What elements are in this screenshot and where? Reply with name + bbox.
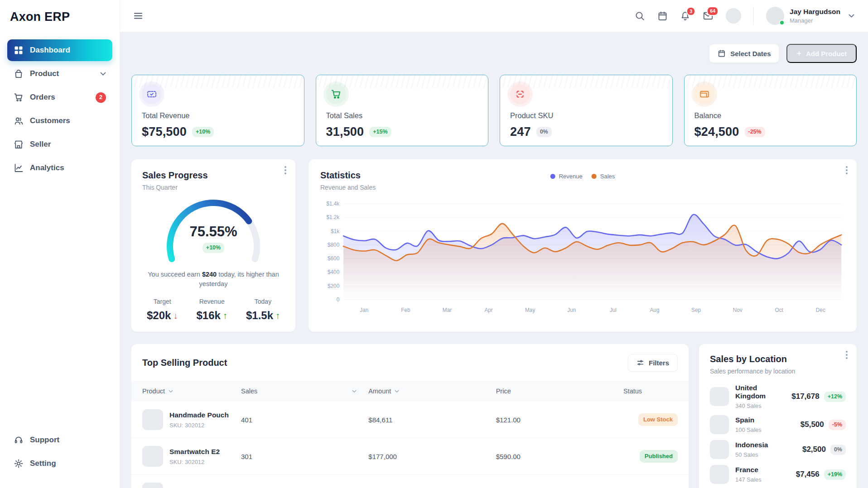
column-header-product[interactable]: Product — [142, 388, 241, 395]
column-header-price[interactable]: Price — [496, 388, 623, 395]
stat-value: $24,500 — [694, 125, 739, 139]
sales-progress-subtitle: This Quarter — [142, 184, 285, 191]
metric-today: Today $1.5k↑ — [246, 298, 280, 322]
sidebar-footer: Support Setting — [7, 429, 112, 488]
status-badge: Low Stock — [638, 413, 678, 426]
stat-label: Product SKU — [510, 111, 662, 120]
chevron-down-icon — [395, 390, 399, 393]
notification-count-badge: 3 — [686, 7, 695, 16]
location-sales: 50 Sales — [735, 451, 768, 458]
calendar-icon[interactable] — [657, 11, 668, 21]
stat-value: 247 — [510, 125, 531, 139]
hamburger-menu-icon[interactable] — [133, 10, 144, 21]
svg-text:$1.4k: $1.4k — [326, 201, 339, 207]
sales-progress-message: You succeed earn $240 today, its higher … — [142, 270, 285, 289]
legend-item-sales: Sales — [592, 173, 615, 180]
sidebar-item-analytics[interactable]: Analytics — [7, 157, 112, 179]
chevron-down-icon[interactable] — [100, 72, 106, 76]
kebab-menu-icon[interactable] — [285, 169, 286, 171]
sidebar: Axon ERP Dashboard Product Orders 2 Cust… — [0, 0, 120, 488]
add-product-label: Add Product — [806, 50, 847, 57]
sidebar-item-orders[interactable]: Orders 2 — [7, 86, 112, 108]
legend-item-revenue: Revenue — [550, 173, 583, 180]
sidebar-item-setting[interactable]: Setting — [7, 453, 112, 474]
topbar-actions: 3 64 Jay Hargudson Manager — [635, 7, 854, 25]
location-sales: 100 Sales — [735, 426, 762, 433]
sidebar-item-label: Product — [30, 69, 59, 78]
calendar-icon — [718, 49, 726, 57]
user-menu[interactable]: Jay Hargudson Manager — [753, 7, 854, 25]
location-item[interactable]: United Kingdom340 Sales $17,678+12% — [710, 384, 846, 409]
svg-text:Jun: Jun — [567, 307, 576, 313]
table-row[interactable]: Smartwatch E2SKU: 302012 301 $177,000 $5… — [131, 438, 689, 475]
gear-icon — [14, 459, 24, 469]
product-name: Smartwatch E2 — [169, 448, 220, 456]
sidebar-item-product[interactable]: Product — [7, 63, 112, 85]
sidebar-item-label: Analytics — [30, 163, 64, 172]
wallet-icon — [694, 84, 714, 104]
location-item[interactable]: Indonesia50 Sales $2,5000% — [710, 440, 846, 459]
svg-text:Oct: Oct — [775, 307, 784, 313]
kebab-menu-icon[interactable] — [846, 169, 848, 171]
cart-icon — [326, 84, 346, 104]
messages-mail-icon[interactable]: 64 — [703, 10, 714, 21]
svg-text:Sep: Sep — [691, 307, 701, 313]
table-header: Product Sales Amount Price Status — [131, 381, 689, 402]
product-thumbnail — [142, 483, 163, 488]
sidebar-item-customers[interactable]: Customers — [7, 110, 112, 132]
chart-legend: Revenue Sales — [550, 173, 615, 180]
search-icon[interactable] — [635, 11, 645, 21]
location-sales: 147 Sales — [735, 476, 762, 483]
sales-cell: 301 — [241, 453, 368, 460]
table-row[interactable]: Handmade PouchSKU: 302012 401 $84,611 $1… — [131, 402, 689, 438]
legend-dot-revenue — [550, 174, 555, 179]
legend-dot-sales — [592, 174, 597, 179]
svg-text:May: May — [525, 307, 535, 313]
avatar — [766, 7, 784, 25]
select-dates-button[interactable]: Select Dates — [709, 44, 779, 63]
svg-text:$600: $600 — [328, 255, 340, 262]
location-item[interactable]: Spain100 Sales $5,500-5% — [710, 415, 846, 434]
svg-text:$1k: $1k — [331, 228, 339, 234]
headset-icon — [14, 435, 24, 445]
chevron-down-icon[interactable] — [849, 14, 854, 18]
message-count-badge: 64 — [707, 6, 719, 16]
status-badge: Published — [640, 450, 678, 463]
filters-button[interactable]: Filters — [628, 354, 678, 372]
column-header-sales[interactable]: Sales — [241, 388, 368, 395]
revenue-sales-chart: $1.4k$1.2k$1k$800$600$400$2000JanFebMarA… — [320, 198, 845, 315]
column-header-amount[interactable]: Amount — [368, 388, 496, 395]
statistics-card: Statistics Revenue and Sales Revenue Sal… — [309, 159, 857, 332]
location-flag-placeholder — [710, 465, 729, 484]
product-sku: SKU: 302012 — [169, 422, 229, 429]
notifications-bell-icon[interactable]: 3 — [680, 11, 690, 21]
grid-icon — [14, 45, 24, 55]
column-header-status[interactable]: Status — [623, 388, 678, 395]
svg-text:Aug: Aug — [650, 307, 660, 313]
stat-card-balance: Balance $24,500 -25% — [684, 75, 857, 146]
sidebar-item-label: Support — [30, 435, 59, 445]
svg-text:Feb: Feb — [401, 307, 410, 313]
sidebar-item-label: Orders — [30, 93, 55, 102]
svg-text:Apr: Apr — [484, 307, 492, 313]
product-sku: SKU: 302012 — [169, 459, 220, 465]
location-amount: $17,678 — [791, 392, 819, 401]
product-thumbnail — [142, 446, 163, 467]
sidebar-item-support[interactable]: Support — [7, 429, 112, 451]
stat-delta-badge: 0% — [536, 127, 552, 137]
svg-text:$400: $400 — [328, 269, 340, 275]
sidebar-item-dashboard[interactable]: Dashboard — [7, 39, 112, 61]
filters-label: Filters — [649, 359, 669, 367]
stat-value: 31,500 — [326, 125, 364, 139]
location-item[interactable]: France147 Sales $7,456+19% — [710, 465, 846, 484]
table-row[interactable]: Smartwatch E1 — [131, 475, 689, 488]
kebab-menu-icon[interactable] — [846, 354, 848, 356]
sidebar-item-seller[interactable]: Seller — [7, 134, 112, 155]
add-product-button[interactable]: + Add Product — [786, 44, 857, 63]
location-delta-badge: +12% — [824, 392, 846, 402]
location-amount: $7,456 — [796, 470, 820, 479]
svg-text:$800: $800 — [328, 242, 340, 248]
gauge-delta-badge: +10% — [203, 243, 224, 253]
sales-by-location-title: Sales by Location — [710, 354, 846, 364]
line-chart-icon — [14, 163, 24, 173]
